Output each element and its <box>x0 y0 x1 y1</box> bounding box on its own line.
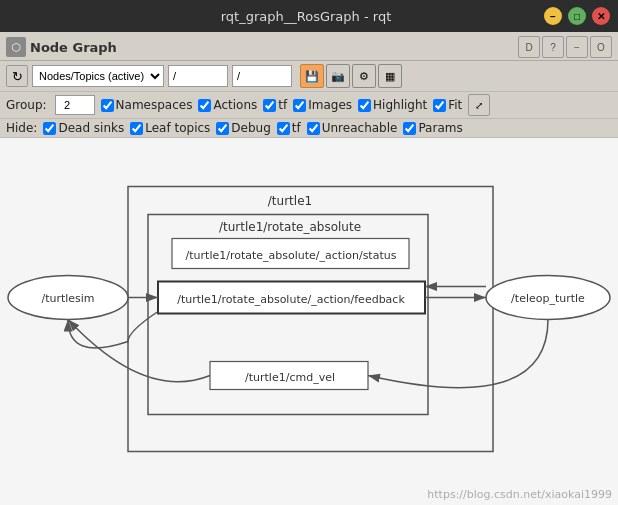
hide-row: Hide: Dead sinks Leaf topics Debug tf Un… <box>0 119 618 138</box>
leaf-topics-label: Leaf topics <box>145 121 210 135</box>
close-button[interactable]: ✕ <box>592 7 610 25</box>
namespaces-checkbox-group: Namespaces <box>101 98 193 112</box>
graph-svg: /turtle1 /turtle1/rotate_absolute /turtl… <box>0 138 618 505</box>
watermark: https://blog.csdn.net/xiaokai1999 <box>427 488 612 501</box>
debug-checkbox[interactable] <box>216 122 229 135</box>
dead-sinks-checkbox-group: Dead sinks <box>43 121 124 135</box>
debug-checkbox-group: Debug <box>216 121 270 135</box>
header-minus-button[interactable]: − <box>566 36 588 58</box>
tf-checkbox[interactable] <box>263 99 276 112</box>
images-checkbox[interactable] <box>293 99 306 112</box>
filter2-input[interactable] <box>232 65 292 87</box>
arrow-cmdvel-to-turtlesim <box>68 320 210 382</box>
arrow-teleop-to-cmdvel <box>368 320 548 388</box>
maximize-button[interactable]: □ <box>568 7 586 25</box>
header-d-button[interactable]: D <box>518 36 540 58</box>
action-buttons: 💾 📷 ⚙ ▦ <box>300 64 402 88</box>
dead-sinks-checkbox[interactable] <box>43 122 56 135</box>
app-icon: ⬡ <box>6 37 26 57</box>
cmd-vel-label: /turtle1/cmd_vel <box>245 371 335 384</box>
app-container: ⬡ Node Graph D ? − O ↻ Nodes/Topics (act… <box>0 32 618 505</box>
refresh-button[interactable]: ↻ <box>6 65 28 87</box>
tf-hide-label: tf <box>292 121 301 135</box>
header-o-button[interactable]: O <box>590 36 612 58</box>
images-label: Images <box>308 98 352 112</box>
header-icons: D ? − O <box>518 36 612 58</box>
tf-hide-checkbox-group: tf <box>277 121 301 135</box>
unreachable-checkbox-group: Unreachable <box>307 121 398 135</box>
filter1-input[interactable] <box>168 65 228 87</box>
debug-label: Debug <box>231 121 270 135</box>
dead-sinks-label: Dead sinks <box>58 121 124 135</box>
fit-screen-button[interactable]: ⤢ <box>468 94 490 116</box>
action-feedback-label: /turtle1/rotate_absolute/_action/feedbac… <box>177 293 405 306</box>
titlebar: rqt_graph__RosGraph - rqt − □ ✕ <box>0 0 618 32</box>
tf-label: tf <box>278 98 287 112</box>
minimize-button[interactable]: − <box>544 7 562 25</box>
namespaces-label: Namespaces <box>116 98 193 112</box>
group-label: Group: <box>6 98 47 112</box>
leaf-topics-checkbox[interactable] <box>130 122 143 135</box>
view-button[interactable]: ▦ <box>378 64 402 88</box>
action-status-label: /turtle1/rotate_absolute/_action/status <box>186 249 397 262</box>
leaf-topics-checkbox-group: Leaf topics <box>130 121 210 135</box>
params-checkbox-group: Params <box>403 121 462 135</box>
highlight-label: Highlight <box>373 98 427 112</box>
actions-checkbox[interactable] <box>198 99 211 112</box>
group-number-input[interactable] <box>55 95 95 115</box>
highlight-checkbox[interactable] <box>358 99 371 112</box>
save-button[interactable]: 💾 <box>300 64 324 88</box>
fit-checkbox-group: Fit <box>433 98 462 112</box>
header-help-button[interactable]: ? <box>542 36 564 58</box>
highlight-checkbox-group: Highlight <box>358 98 427 112</box>
window-controls: − □ ✕ <box>544 7 610 25</box>
toolbar-row1: ↻ Nodes/Topics (active) Nodes only Nodes… <box>0 61 618 92</box>
app-title: Node Graph <box>30 40 117 55</box>
settings-button[interactable]: ⚙ <box>352 64 376 88</box>
toolbar-row2: Group: Namespaces Actions tf Images High… <box>0 92 618 119</box>
params-checkbox[interactable] <box>403 122 416 135</box>
app-header: ⬡ Node Graph D ? − O <box>0 32 618 61</box>
fit-checkbox[interactable] <box>433 99 446 112</box>
display-mode-dropdown[interactable]: Nodes/Topics (active) Nodes only Nodes/T… <box>32 65 164 87</box>
graph-area: /turtle1 /turtle1/rotate_absolute /turtl… <box>0 138 618 505</box>
params-label: Params <box>418 121 462 135</box>
turtle1-label: /turtle1 <box>268 194 312 208</box>
actions-checkbox-group: Actions <box>198 98 257 112</box>
tf-hide-checkbox[interactable] <box>277 122 290 135</box>
fit-label: Fit <box>448 98 462 112</box>
teleop-turtle-label: /teleop_turtle <box>511 292 585 305</box>
rotate-absolute-label: /turtle1/rotate_absolute <box>219 220 361 234</box>
unreachable-label: Unreachable <box>322 121 398 135</box>
tf-checkbox-group: tf <box>263 98 287 112</box>
unreachable-checkbox[interactable] <box>307 122 320 135</box>
turtlesim-label: /turtlesim <box>41 292 94 305</box>
images-checkbox-group: Images <box>293 98 352 112</box>
hide-label: Hide: <box>6 121 37 135</box>
screenshot-button[interactable]: 📷 <box>326 64 350 88</box>
window-title: rqt_graph__RosGraph - rqt <box>68 9 544 24</box>
namespaces-checkbox[interactable] <box>101 99 114 112</box>
actions-label: Actions <box>213 98 257 112</box>
